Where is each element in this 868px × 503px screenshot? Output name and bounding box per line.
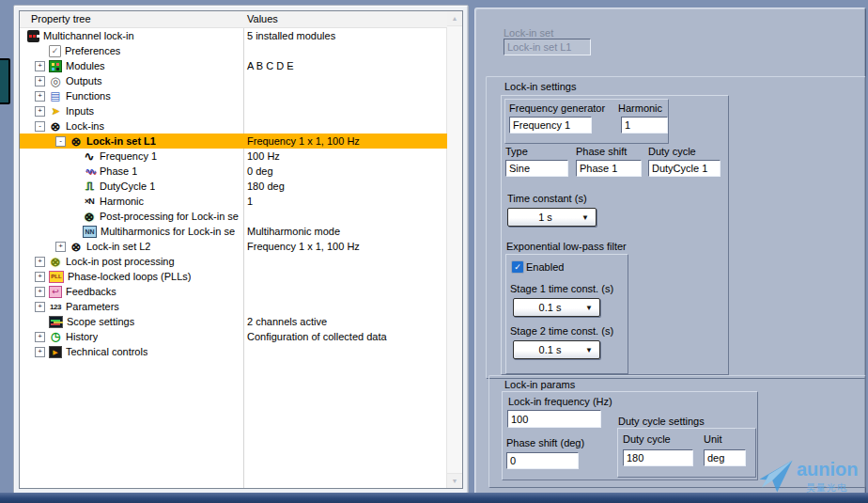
tree-item-label: Post-processing for Lock-in se (100, 211, 239, 222)
tree-row[interactable]: +Technical controls (20, 344, 447, 359)
time-constant-label: Time constant (s) (507, 193, 587, 204)
unit-label: Unit (704, 433, 722, 445)
pll-icon (49, 271, 64, 283)
tree-expander[interactable]: + (35, 91, 45, 102)
tree-item-value: Frequency 1 x 1, 100 Hz (247, 239, 360, 254)
tree-item-label: Lock-in set L2 (86, 241, 150, 252)
stage1-dropdown[interactable]: 0.1 s (513, 298, 600, 317)
tree-row[interactable]: +Feedbacks (20, 284, 447, 299)
tree-expander[interactable]: + (35, 272, 45, 282)
stage2-value: 0.1 s (539, 344, 562, 355)
tree-row[interactable]: +Lock-in post processing (20, 254, 447, 269)
tree-expander[interactable]: + (35, 347, 45, 357)
tree-row[interactable]: Preferences (20, 43, 447, 58)
tree-item-value: 0 deg (247, 164, 273, 179)
dutycycle-icon (83, 181, 96, 193)
tree-expander[interactable]: + (35, 61, 45, 71)
lockin-frequency-field[interactable] (507, 410, 601, 428)
phase-shift-deg-label: Phase shift (deg) (506, 437, 584, 448)
stage2-dropdown[interactable]: 0.1 s (513, 340, 600, 359)
tree-row-selected[interactable]: -Lock-in set L1Frequency 1 x 1, 100 Hz (20, 134, 447, 149)
tree-row[interactable]: Phase 10 deg (20, 164, 447, 179)
multichannel-icon (27, 30, 39, 42)
duty-cycle-param-field[interactable] (623, 449, 693, 466)
values-column-header[interactable]: Values (247, 13, 278, 24)
tree-item-label: Modules (66, 60, 105, 71)
tree-scrollbar[interactable]: ▲ ▼ (446, 11, 462, 488)
phase-icon (83, 165, 96, 178)
outputs-icon (49, 75, 62, 87)
duty-cycle-settings-title: Duty cycle settings (618, 416, 705, 427)
enabled-label: Enabled (526, 261, 564, 273)
phase-shift-label: Phase shift (576, 146, 627, 157)
scroll-up-icon[interactable]: ▲ (447, 11, 462, 26)
tree-expander[interactable]: + (35, 76, 45, 86)
tree-row[interactable]: +Parameters (20, 299, 447, 314)
property-tree-column-header[interactable]: Property tree (31, 13, 91, 24)
tree-row[interactable]: +Lock-in set L2Frequency 1 x 1, 100 Hz (20, 239, 447, 254)
unit-field[interactable] (704, 449, 746, 466)
tree-row[interactable]: Post-processing for Lock-in se (20, 209, 447, 224)
tree-expander-blank (69, 196, 79, 207)
tree-row[interactable]: Multiharmonics for Lock-in seMultiharmon… (20, 224, 447, 239)
tree-row[interactable]: +Inputs (20, 103, 447, 118)
tree-expander[interactable]: + (35, 302, 45, 312)
multiharm-icon (83, 226, 97, 238)
phase-shift-deg-field[interactable] (506, 452, 579, 469)
frequency-generator-field[interactable] (509, 117, 592, 134)
lockins-icon (49, 120, 62, 133)
tree-row[interactable]: +ModulesA B C D E (20, 58, 447, 73)
tree-row[interactable]: Harmonic1 (20, 194, 447, 209)
lockin-params-title: Lock-in params (504, 379, 575, 390)
tree-expander[interactable]: - (55, 136, 66, 147)
tree-expander[interactable]: + (35, 332, 45, 342)
tree-item-value: 100 Hz (247, 149, 280, 164)
tree-expander[interactable]: - (35, 121, 45, 132)
tree-row[interactable]: +Outputs (20, 73, 447, 88)
tree-row[interactable]: +HistoryConfiguration of collected data (20, 329, 447, 344)
enabled-checkbox[interactable] (511, 260, 524, 274)
inputs-icon (49, 105, 62, 118)
tree-row[interactable]: +Functions (20, 88, 447, 103)
duty-cycle-param-label: Duty cycle (623, 433, 671, 445)
tree-row[interactable]: -Lock-ins (20, 118, 447, 134)
type-field[interactable] (505, 160, 568, 177)
duty-cycle-label: Duty cycle (648, 146, 696, 157)
tree-item-label: Inputs (66, 105, 94, 117)
scroll-down-icon[interactable]: ▼ (447, 473, 462, 488)
property-tree-window: Property tree Values Multichannel lock-i… (13, 5, 469, 495)
tree-item-label: Lock-in set L1 (86, 135, 156, 147)
parameters-icon (49, 301, 62, 313)
tree-item-label: Multichannel lock-in (43, 30, 134, 41)
tree-item-label: Phase 1 (100, 165, 137, 177)
duty-cycle-field[interactable] (648, 160, 721, 177)
tree-row[interactable]: DutyCycle 1180 deg (20, 179, 447, 194)
lockin-settings-title: Lock-in settings (504, 81, 576, 92)
tree-item-label: Phase-locked loops (PLLs) (68, 271, 191, 282)
phase-shift-field[interactable] (576, 160, 642, 177)
tree-item-value: 1 (247, 194, 253, 209)
property-tree-view: Property tree Values Multichannel lock-i… (19, 10, 463, 489)
harmonic-field[interactable] (621, 117, 668, 134)
stage1-label: Stage 1 time const. (s) (510, 283, 613, 294)
tree-item-value: 5 installed modules (247, 28, 335, 43)
tree-row[interactable]: +Phase-locked loops (PLLs) (20, 269, 447, 284)
time-constant-dropdown[interactable]: 1 s (507, 208, 597, 227)
tree-row[interactable]: Scope settings2 channels active (20, 314, 447, 329)
tree-expander-blank (69, 227, 79, 237)
tree-expander[interactable]: + (35, 106, 45, 117)
harmonic-label: Harmonic (618, 102, 662, 114)
tree-item-label: Scope settings (67, 316, 134, 327)
tree-row[interactable]: Multichannel lock-in5 installed modules (20, 28, 447, 43)
tree-row[interactable]: Frequency 1100 Hz (20, 149, 447, 164)
tree-expander[interactable]: + (55, 242, 66, 252)
lockinset-icon (70, 135, 83, 148)
time-constant-value: 1 s (538, 212, 552, 223)
tree-item-label: Lock-in post processing (66, 256, 175, 267)
lockin-frequency-label: Lock-in frequency (Hz) (508, 396, 612, 407)
lockin-settings-panel: Lock-in set Lock-in settings Frequency g… (474, 8, 866, 496)
tree-expander[interactable]: + (35, 287, 45, 297)
tree-expander[interactable]: + (35, 257, 45, 267)
tree-item-label: Functions (66, 90, 111, 102)
stage2-label: Stage 2 time const. (s) (510, 325, 613, 337)
